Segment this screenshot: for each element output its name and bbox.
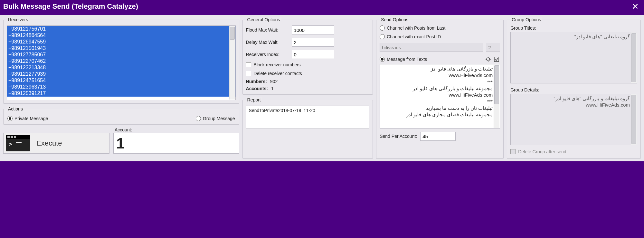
list-item[interactable]: +989123963713 bbox=[7, 84, 235, 90]
delete-group-after-send-checkbox: Delete Group after send bbox=[510, 149, 566, 154]
list-item[interactable]: +989121501943 bbox=[7, 45, 235, 52]
general-options-legend: General Options bbox=[246, 17, 281, 22]
group-details-text: گروه تبلیغات و بازرگانی "های فایو ادز" w… bbox=[552, 96, 630, 108]
receivers-group: Receivers +989121756701 +989124864564 +9… bbox=[3, 17, 239, 104]
radio-icon bbox=[380, 25, 385, 31]
checkbox-icon bbox=[246, 71, 251, 76]
scrollbar[interactable] bbox=[494, 65, 499, 128]
delete-receiver-label: Delete receiver contacts bbox=[254, 71, 302, 76]
check-icon[interactable] bbox=[493, 56, 500, 63]
send-per-account-input[interactable] bbox=[420, 132, 456, 141]
general-options-group: General Options Flood Max Wait: Delay Ma… bbox=[242, 17, 373, 95]
message-from-texts-radio[interactable]: Message from Texts bbox=[380, 57, 427, 62]
scrollbar[interactable] bbox=[229, 26, 235, 100]
report-legend: Report bbox=[246, 97, 262, 102]
group-titles-label: Group Titles: bbox=[510, 25, 637, 31]
group-titles-text: گروه تبلیغاتی "های فایو ادز" bbox=[574, 34, 630, 39]
delay-wait-label: Delay Max Wait: bbox=[246, 40, 289, 45]
accounts-value: 1 bbox=[271, 86, 274, 91]
checkbox-icon bbox=[246, 62, 251, 67]
scroll-thumb[interactable] bbox=[631, 33, 636, 82]
content: Receivers +989121756701 +989124864564 +9… bbox=[0, 15, 644, 163]
scroll-thumb[interactable] bbox=[631, 95, 636, 144]
channel-posts-last-radio[interactable]: Channel with Posts from Last bbox=[380, 25, 445, 31]
list-item[interactable]: +989122707462 bbox=[7, 58, 235, 64]
target-icon[interactable] bbox=[485, 56, 492, 63]
list-item[interactable]: +989125391217 bbox=[7, 90, 235, 97]
receivers-index-label: Receivers Index: bbox=[246, 52, 289, 57]
group-details-textarea: گروه تبلیغات و بازرگانی "های فایو ادز" w… bbox=[510, 94, 637, 145]
scroll-thumb[interactable] bbox=[230, 27, 235, 40]
radio-icon bbox=[380, 34, 385, 39]
message-text-area[interactable]: تبلیغات و بازرگانی های فایو ادز www.HiFi… bbox=[380, 64, 500, 129]
send-options-group: Send Options Channel with Posts from Las… bbox=[376, 17, 504, 159]
accounts-label: Accounts: bbox=[246, 86, 268, 91]
group-options-group: Group Options Group Titles: گروه تبلیغات… bbox=[507, 17, 641, 159]
svg-point-0 bbox=[487, 58, 490, 61]
send-per-account-label: Send Per Account: bbox=[380, 134, 417, 139]
group-titles-textarea: گروه تبلیغاتی "های فایو ادز" bbox=[510, 32, 637, 83]
list-item[interactable]: +989126947559 bbox=[7, 39, 235, 45]
radio-icon bbox=[196, 116, 201, 121]
list-item[interactable]: +989124751654 bbox=[7, 77, 235, 84]
send-options-legend: Send Options bbox=[380, 17, 410, 22]
account-field[interactable]: 1 bbox=[113, 133, 239, 154]
channel-name-input bbox=[380, 43, 483, 52]
report-text[interactable]: SendToPrivate2018-07-19_11-20 bbox=[246, 106, 370, 129]
post-id-input bbox=[486, 43, 500, 52]
scroll-thumb[interactable] bbox=[494, 65, 499, 104]
block-receiver-label: Block receiver numbers bbox=[254, 62, 301, 67]
channel-post-id-label: Channel with exact Post ID bbox=[387, 34, 441, 39]
message-from-texts-label: Message from Texts bbox=[387, 57, 427, 62]
receivers-listbox[interactable]: +989121756701 +989124864564 +98912694755… bbox=[7, 25, 236, 100]
list-item[interactable]: +989123213348 bbox=[7, 64, 235, 71]
group-message-radio[interactable]: Group Message bbox=[196, 116, 235, 121]
report-group: Report SendToPrivate2018-07-19_11-20 bbox=[242, 97, 373, 159]
execute-button[interactable]: > Execute bbox=[3, 133, 109, 154]
numbers-label: Numbers: bbox=[246, 79, 267, 84]
actions-legend: Actions bbox=[7, 106, 24, 111]
list-item[interactable]: +989121756701 bbox=[7, 26, 235, 32]
channel-posts-last-label: Channel with Posts from Last bbox=[387, 25, 445, 31]
message-text-content: تبلیغات و بازرگانی های فایو ادز www.HiFi… bbox=[406, 66, 493, 117]
account-label: Account: bbox=[113, 127, 239, 132]
list-item[interactable]: +989124864564 bbox=[7, 32, 235, 39]
group-message-label: Group Message bbox=[203, 116, 235, 121]
list-item[interactable]: +989121277939 bbox=[7, 71, 235, 77]
titlebar: Bulk Message Send (Telegram Catalyze) ✕ bbox=[0, 0, 644, 15]
radio-icon bbox=[380, 57, 385, 62]
private-message-radio[interactable]: Private Message bbox=[7, 116, 48, 121]
private-message-label: Private Message bbox=[14, 116, 48, 121]
execute-label: Execute bbox=[36, 139, 62, 148]
radio-icon bbox=[7, 116, 13, 121]
group-details-label: Group Details: bbox=[510, 87, 637, 92]
list-item[interactable]: +989127785067 bbox=[7, 52, 235, 58]
receivers-legend: Receivers bbox=[7, 17, 29, 22]
channel-post-id-radio[interactable]: Channel with exact Post ID bbox=[380, 34, 441, 39]
numbers-value: 902 bbox=[270, 79, 278, 84]
delete-group-after-send-label: Delete Group after send bbox=[518, 149, 566, 154]
close-icon[interactable]: ✕ bbox=[630, 2, 641, 12]
flood-wait-input[interactable] bbox=[292, 25, 334, 34]
terminal-icon: > bbox=[6, 135, 30, 151]
delay-wait-input[interactable] bbox=[292, 38, 334, 47]
delete-receiver-checkbox[interactable]: Delete receiver contacts bbox=[246, 71, 302, 76]
group-options-legend: Group Options bbox=[510, 17, 542, 22]
scrollbar[interactable] bbox=[631, 94, 637, 145]
checkbox-icon bbox=[510, 149, 516, 154]
scrollbar[interactable] bbox=[631, 33, 637, 83]
receivers-index-input[interactable] bbox=[292, 50, 334, 59]
actions-group: Actions Private Message Group Message bbox=[3, 106, 239, 125]
window-title: Bulk Message Send (Telegram Catalyze) bbox=[3, 2, 138, 11]
flood-wait-label: Flood Max Wait: bbox=[246, 27, 289, 33]
block-receiver-checkbox[interactable]: Block receiver numbers bbox=[246, 62, 301, 67]
